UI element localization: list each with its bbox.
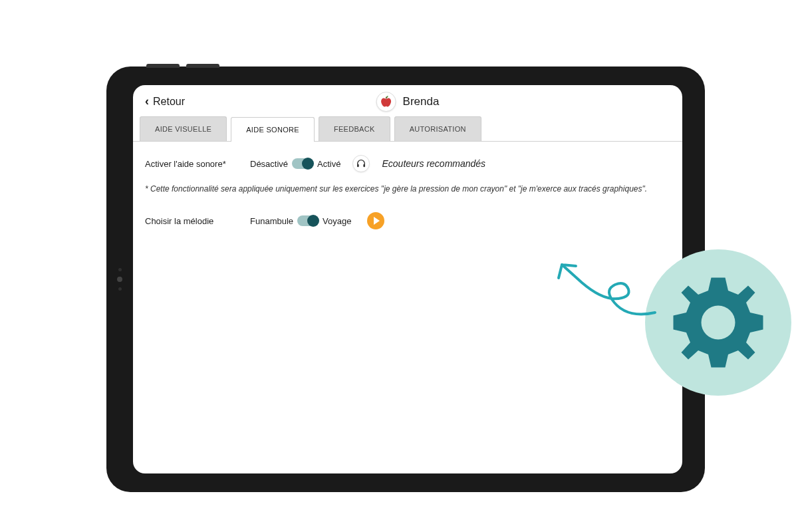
melody-option-a: Funambule [250, 216, 293, 226]
toggle-on-label: Activé [317, 159, 340, 169]
decorative-arrow-icon [545, 253, 665, 326]
svg-rect-2 [364, 164, 366, 168]
app-header: ‹ Retour Brenda [133, 85, 682, 116]
tab-content: Activer l'aide sonore* Désactivé Activé [133, 142, 682, 255]
enable-sound-aid-toggle[interactable] [292, 158, 313, 169]
headphones-badge [352, 155, 370, 172]
sound-aid-note: * Cette fonctionnalité sera appliquée un… [145, 184, 670, 194]
melody-toggle-group: Funambule Voyage [250, 215, 351, 226]
enable-sound-aid-label: Activer l'aide sonore* [145, 159, 238, 169]
melody-toggle[interactable] [297, 215, 319, 226]
back-button[interactable]: ‹ Retour [145, 94, 185, 108]
tablet-camera-cluster [117, 268, 122, 291]
play-icon [374, 217, 380, 225]
enable-sound-aid-row: Activer l'aide sonore* Désactivé Activé [145, 155, 670, 172]
toggle-off-label: Désactivé [250, 159, 288, 169]
tab-aide-sonore[interactable]: AIDE SONORE [231, 117, 315, 142]
tablet-hardware-buttons [146, 64, 219, 68]
svg-rect-0 [386, 96, 386, 98]
melody-row: Choisir la mélodie Funambule Voyage [145, 212, 670, 229]
play-melody-button[interactable] [367, 212, 384, 229]
profile-name: Brenda [403, 95, 440, 108]
svg-point-3 [702, 306, 735, 340]
tab-autorisation[interactable]: AUTORISATION [394, 116, 481, 141]
headphones-icon [356, 158, 366, 169]
melody-label: Choisir la mélodie [145, 216, 238, 226]
headphones-recommended-text: Ecouteurs recommandés [382, 158, 485, 169]
profile-avatar [376, 92, 396, 112]
tabs-bar: AIDE VISUELLE AIDE SONORE FEEDBACK AUTOR… [133, 116, 682, 142]
profile-display: Brenda [376, 92, 440, 112]
apple-icon [380, 96, 392, 108]
chevron-left-icon: ‹ [145, 94, 149, 108]
back-label: Retour [153, 96, 185, 108]
svg-rect-1 [357, 164, 359, 168]
enable-sound-aid-toggle-group: Désactivé Activé [250, 158, 340, 169]
gear-icon [668, 273, 768, 372]
tab-aide-visuelle[interactable]: AIDE VISUELLE [140, 116, 227, 141]
tab-feedback[interactable]: FEEDBACK [319, 116, 390, 141]
melody-option-b: Voyage [323, 216, 351, 226]
decorative-gear-badge [645, 249, 791, 396]
